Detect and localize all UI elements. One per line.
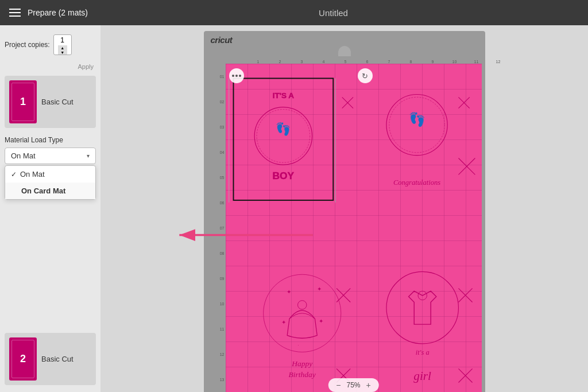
ruler-v-mark-11: 11 [216,316,226,341]
ruler-v-mark-12: 12 [216,341,226,367]
svg-point-6 [257,110,310,163]
copies-down-arrow[interactable]: ▼ [58,50,67,55]
ruler-mark-h-0 [226,60,247,64]
dropdown-item-on-card-mat[interactable]: On Card Mat [5,183,95,199]
chevron-down-icon: ▾ [87,153,90,159]
ruler-v-mark-02: 02 [216,89,226,114]
svg-text:Birthday: Birthday [288,370,315,379]
mat-with-ruler: 01 02 03 04 05 06 07 08 09 10 11 12 13 [216,64,482,392]
dropdown-item-on-mat[interactable]: ✓ On Mat [5,166,95,183]
ruler-mark-h-11: 11 [466,60,488,64]
ruler-left: 01 02 03 04 05 06 07 08 09 10 11 12 13 [216,64,226,392]
dot3 [239,75,241,77]
svg-text:✦: ✦ [287,289,291,295]
cricut-mat-wrapper: cricut 1 2 3 4 5 6 [204,31,485,392]
svg-text:it's a: it's a [415,348,429,356]
mat-thumbnail-2: 2 [9,337,37,381]
svg-text:IT'S A: IT'S A [272,91,293,100]
ruler-mark-h-12: 12 [488,60,509,64]
ruler-v-mark-10: 10 [216,291,226,316]
load-type-dropdown[interactable]: On Mat ▾ [5,148,96,164]
ruler-mark-h-6: 6 [357,60,378,64]
dot1 [232,75,234,77]
ruler-v-mark-09: 09 [216,266,226,291]
header: Prepare (2 mats) Untitled [0,0,588,25]
copies-input-wrap: ▲ ▼ [53,34,72,55]
load-type-dropdown-wrap: On Mat ▾ ✓ On Mat On Card Mat [5,148,96,164]
ruler-mark-h-3: 3 [291,60,313,64]
mat-item-1[interactable]: 1 Basic Cut [5,76,96,128]
ruler-mark-h-5: 5 [335,60,357,64]
dropdown-item-label-2: On Card Mat [21,187,65,195]
mat-refresh-button[interactable]: ↻ [358,68,373,83]
ruler-top: 1 2 3 4 5 6 7 8 9 10 11 12 [226,60,482,64]
apply-button[interactable]: Apply [5,63,96,70]
ruler-mark-h-8: 8 [400,60,422,64]
ruler-mark-h-9: 9 [422,60,444,64]
dropdown-selected-value: On Mat [11,152,36,160]
mat-thumbnail-1: 1 [9,80,37,123]
designs-svg: IT'S A 👣 BOY [226,64,482,392]
ruler-mark-h-4: 4 [313,60,335,64]
copies-input[interactable] [54,35,71,45]
svg-point-29 [386,271,458,343]
ruler-v-mark-13: 13 [216,367,226,392]
mat1-label: Basic Cut [41,98,74,106]
svg-text:Happy: Happy [291,359,312,368]
ruler-mark-h-10: 10 [444,60,466,64]
ruler-v-mark-04: 04 [216,139,226,165]
copies-up-arrow[interactable]: ▲ [58,45,67,50]
app-title: Prepare (2 mats) [28,8,88,17]
svg-text:✦: ✦ [281,319,285,325]
zoom-in-button[interactable]: + [365,381,372,390]
check-icon: ✓ [11,170,17,178]
svg-point-21 [297,301,306,309]
dot2 [235,75,238,77]
svg-text:girl: girl [413,369,431,383]
mat-container: 1 2 3 4 5 6 7 8 9 10 11 12 [204,56,485,392]
svg-text:✦: ✦ [317,286,322,292]
mat2-label: Basic Cut [41,355,74,363]
zoom-out-button[interactable]: − [335,381,342,390]
svg-point-4 [254,107,312,165]
dropdown-item-label-1: On Mat [20,170,45,178]
mat-options-button[interactable] [229,68,244,83]
ruler-v-mark-01: 01 [216,64,226,89]
project-copies-label: Project copies: [5,41,50,49]
ruler-mark-h-7: 7 [378,60,400,64]
zoom-controls: − 75% + [328,378,378,392]
cutting-mat[interactable]: ↻ IT'S A 👣 [226,64,482,392]
ruler-mark-h-2: 2 [269,60,291,64]
load-type-label: Material Load Type [5,136,96,144]
left-panel: Project copies: ▲ ▼ Apply 1 Basic Cut Ma… [0,25,100,392]
svg-text:👣: 👣 [408,111,425,127]
ruler-mark-h-1: 1 [247,60,269,64]
svg-text:👣: 👣 [276,122,291,137]
copies-arrows: ▲ ▼ [58,45,67,55]
ruler-v-mark-03: 03 [216,114,226,139]
svg-text:✦: ✦ [319,318,323,324]
ruler-v-mark-07: 07 [216,215,226,240]
menu-icon[interactable] [9,9,21,17]
ruler-v-mark-08: 08 [216,240,226,266]
project-copies-row: Project copies: ▲ ▼ [5,32,96,57]
svg-text:·: · [297,343,299,348]
main-layout: Project copies: ▲ ▼ Apply 1 Basic Cut Ma… [0,25,588,392]
canvas-area: cricut 1 2 3 4 5 6 [100,25,588,392]
dropdown-menu: ✓ On Mat On Card Mat [5,165,96,200]
document-title: Untitled [88,8,579,18]
svg-text:BOY: BOY [272,170,294,181]
svg-text:Congratulations: Congratulations [393,178,440,187]
load-type-section: Material Load Type On Mat ▾ ✓ On Mat On … [5,134,96,166]
zoom-level: 75% [346,381,360,389]
ruler-v-mark-05: 05 [216,165,226,190]
mat-item-2[interactable]: 2 Basic Cut [5,333,96,385]
cricut-logo: cricut [211,35,233,45]
ruler-v-mark-06: 06 [216,190,226,215]
